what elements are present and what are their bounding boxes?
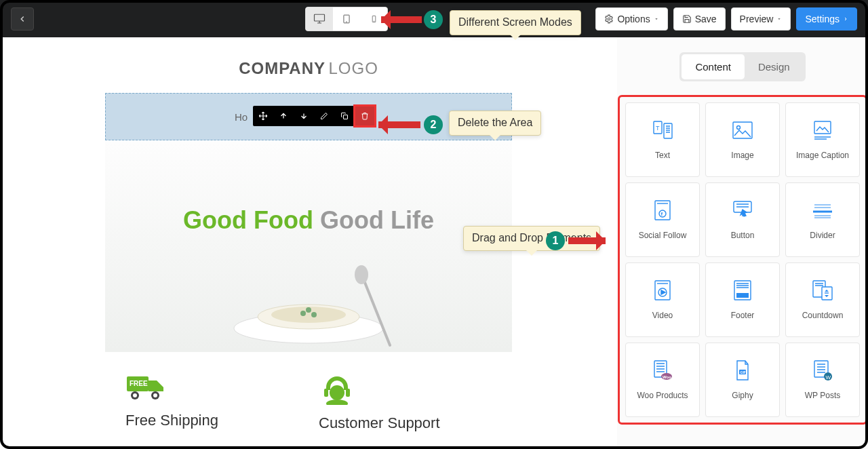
back-button[interactable] (11, 7, 34, 31)
svg-point-2 (347, 21, 347, 22)
move-button[interactable] (253, 106, 273, 126)
button-icon (732, 200, 753, 220)
svg-point-29 (737, 126, 741, 130)
svg-point-10 (300, 311, 306, 316)
options-button[interactable]: Options (595, 7, 667, 31)
feature-support-title: Customer Support (319, 414, 492, 432)
arrow-up-icon (279, 112, 288, 120)
element-countdown[interactable]: Countdown (785, 262, 860, 337)
move-down-button[interactable] (294, 106, 314, 126)
divider-icon (812, 202, 833, 218)
right-panel: Content Design TText Image Image Caption… (617, 37, 868, 449)
chevron-right-icon (843, 16, 848, 22)
pencil-icon (320, 112, 328, 120)
settings-label: Settings (805, 14, 840, 24)
arrow-left-icon (18, 14, 27, 24)
tab-design[interactable]: Design (745, 54, 804, 79)
svg-rect-38 (736, 293, 749, 298)
feature-shipping-title: Free Shipping (125, 412, 298, 429)
svg-point-19 (153, 393, 157, 397)
tab-content[interactable]: Content (682, 54, 745, 79)
topbar-right: Options Save Preview Settings (595, 7, 857, 31)
svg-rect-23 (324, 389, 328, 397)
truck-icon: FREE (125, 372, 298, 405)
wp-posts-icon: W (812, 360, 833, 380)
hero-block[interactable]: Good Food Good Life (105, 142, 512, 352)
element-video[interactable]: Video (625, 262, 700, 337)
element-footer[interactable]: Footer (705, 262, 780, 337)
device-tablet-button[interactable] (333, 7, 360, 31)
svg-text:T: T (656, 125, 660, 132)
svg-rect-24 (346, 389, 350, 397)
chevron-down-icon (776, 16, 782, 22)
desktop-icon (313, 13, 326, 25)
logo-light: LOGO (328, 59, 378, 77)
countdown-icon (812, 280, 833, 300)
svg-point-22 (326, 399, 348, 405)
element-woo-products[interactable]: WooWoo Products (625, 343, 700, 417)
svg-text:FREE: FREE (130, 380, 148, 387)
headset-icon (319, 372, 492, 408)
element-image-caption[interactable]: Image Caption (785, 102, 860, 177)
social-icon: f (653, 200, 672, 220)
svg-text:GIF: GIF (741, 370, 746, 374)
svg-rect-0 (315, 14, 325, 21)
annotation-2-label: Delete the Area (449, 111, 541, 136)
logo-block[interactable]: COMPANY LOGO (105, 52, 512, 93)
nav-text: Ho (235, 111, 248, 123)
device-desktop-button[interactable] (306, 7, 333, 31)
annotation-2-arrow (378, 121, 420, 128)
footer-icon (732, 280, 753, 300)
svg-point-11 (311, 312, 317, 317)
element-divider[interactable]: Divider (785, 182, 860, 257)
image-icon (732, 121, 753, 139)
arrow-down-icon (300, 112, 308, 120)
svg-point-5 (608, 18, 611, 20)
settings-button[interactable]: Settings (796, 7, 857, 31)
annotation-badge-2: 2 (424, 115, 443, 134)
element-social-follow[interactable]: fSocial Follow (625, 182, 700, 257)
move-icon (258, 111, 268, 121)
chevron-down-icon (654, 16, 659, 22)
copy-icon (340, 112, 349, 120)
woo-icon: Woo (652, 360, 673, 380)
edit-button[interactable] (314, 106, 334, 126)
gear-icon (604, 14, 614, 24)
svg-text:Woo: Woo (663, 375, 671, 379)
move-up-button[interactable] (273, 106, 294, 126)
annotation-badge-1: 1 (546, 231, 565, 250)
element-image[interactable]: Image (705, 102, 780, 177)
trash-icon (361, 112, 369, 120)
save-label: Save (695, 14, 717, 24)
svg-text:f: f (661, 211, 663, 217)
preview-button[interactable]: Preview (731, 7, 791, 31)
annotation-3-arrow (381, 16, 422, 23)
element-giphy[interactable]: GIFGiphy (705, 343, 780, 417)
giphy-icon: GIF (734, 360, 751, 380)
save-icon (682, 14, 692, 24)
annotation-1-arrow (568, 237, 606, 244)
soup-image (200, 250, 417, 352)
save-button[interactable]: Save (673, 7, 726, 31)
hero-heading: Good Food Good Life (183, 206, 434, 235)
options-label: Options (617, 14, 650, 24)
annotation-3-label: Different Screen Modes (450, 10, 581, 35)
text-icon: T (652, 119, 673, 141)
svg-text:W: W (826, 374, 831, 380)
svg-rect-6 (344, 115, 348, 119)
video-icon (653, 280, 672, 300)
feature-shipping[interactable]: FREE Free Shipping (125, 372, 298, 432)
svg-point-12 (306, 307, 311, 313)
element-button[interactable]: Button (705, 182, 780, 257)
duplicate-button[interactable] (334, 106, 355, 126)
element-text[interactable]: TText (625, 102, 700, 177)
tablet-icon (342, 13, 351, 25)
element-wp-posts[interactable]: WWP Posts (785, 343, 860, 417)
image-caption-icon (812, 121, 833, 140)
preview-label: Preview (740, 14, 774, 24)
annotation-badge-3: 3 (424, 10, 443, 29)
svg-point-17 (133, 393, 137, 397)
feature-support[interactable]: Customer Support (319, 372, 492, 432)
svg-point-21 (330, 385, 344, 400)
elements-grid-highlight: TText Image Image Caption fSocial Follow… (618, 95, 867, 425)
